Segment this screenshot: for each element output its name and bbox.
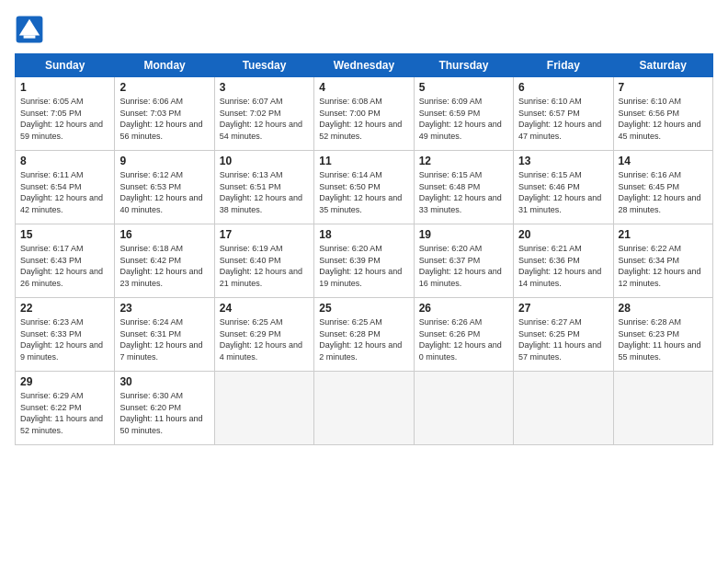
calendar-day-cell: 10Sunrise: 6:13 AM Sunset: 6:51 PM Dayli… — [214, 151, 313, 224]
day-info: Sunrise: 6:30 AM Sunset: 6:20 PM Dayligh… — [119, 390, 209, 436]
calendar-day-cell: 11Sunrise: 6:14 AM Sunset: 6:50 PM Dayli… — [314, 151, 414, 224]
day-number: 5 — [419, 81, 508, 94]
day-number: 24 — [220, 302, 309, 315]
calendar-day-cell: 29Sunrise: 6:29 AM Sunset: 6:22 PM Dayli… — [16, 372, 115, 445]
day-number: 15 — [20, 228, 109, 241]
calendar-day-cell: 13Sunrise: 6:15 AM Sunset: 6:46 PM Dayli… — [514, 151, 613, 224]
day-number: 28 — [619, 302, 708, 315]
day-number: 20 — [518, 228, 608, 241]
day-number: 3 — [220, 81, 309, 94]
day-number: 18 — [319, 228, 408, 241]
calendar-day-cell: 9Sunrise: 6:12 AM Sunset: 6:53 PM Daylig… — [115, 151, 214, 224]
header-saturday: Saturday — [613, 54, 712, 77]
calendar-day-cell: 25Sunrise: 6:25 AM Sunset: 6:28 PM Dayli… — [314, 298, 414, 372]
calendar-week-row: 8Sunrise: 6:11 AM Sunset: 6:54 PM Daylig… — [16, 151, 713, 224]
day-info: Sunrise: 6:11 AM Sunset: 6:54 PM Dayligh… — [20, 169, 109, 215]
day-info: Sunrise: 6:06 AM Sunset: 7:03 PM Dayligh… — [119, 96, 209, 142]
calendar-day-cell: 12Sunrise: 6:15 AM Sunset: 6:48 PM Dayli… — [414, 151, 513, 224]
calendar-day-cell: 5Sunrise: 6:09 AM Sunset: 6:59 PM Daylig… — [414, 77, 513, 151]
calendar-day-cell: 23Sunrise: 6:24 AM Sunset: 6:31 PM Dayli… — [115, 298, 214, 372]
day-number: 2 — [119, 81, 209, 94]
header-tuesday: Tuesday — [214, 54, 313, 77]
day-info: Sunrise: 6:10 AM Sunset: 6:57 PM Dayligh… — [518, 96, 608, 142]
header-friday: Friday — [514, 54, 613, 77]
calendar-day-cell: 27Sunrise: 6:27 AM Sunset: 6:25 PM Dayli… — [514, 298, 613, 372]
day-info: Sunrise: 6:20 AM Sunset: 6:37 PM Dayligh… — [419, 243, 508, 289]
day-number: 4 — [319, 81, 408, 94]
day-number: 9 — [119, 155, 209, 167]
calendar-day-cell: 8Sunrise: 6:11 AM Sunset: 6:54 PM Daylig… — [16, 151, 115, 224]
day-info: Sunrise: 6:24 AM Sunset: 6:31 PM Dayligh… — [119, 316, 209, 362]
calendar-day-cell: 3Sunrise: 6:07 AM Sunset: 7:02 PM Daylig… — [214, 77, 313, 151]
day-info: Sunrise: 6:22 AM Sunset: 6:34 PM Dayligh… — [619, 243, 708, 289]
day-number: 14 — [619, 155, 708, 167]
day-info: Sunrise: 6:09 AM Sunset: 6:59 PM Dayligh… — [419, 96, 508, 142]
day-number: 1 — [20, 81, 109, 94]
day-info: Sunrise: 6:20 AM Sunset: 6:39 PM Dayligh… — [319, 243, 408, 289]
day-info: Sunrise: 6:07 AM Sunset: 7:02 PM Dayligh… — [220, 96, 309, 142]
calendar-week-row: 1Sunrise: 6:05 AM Sunset: 7:05 PM Daylig… — [16, 77, 713, 151]
calendar-day-cell: 16Sunrise: 6:18 AM Sunset: 6:42 PM Dayli… — [115, 224, 214, 298]
calendar-day-cell: 15Sunrise: 6:17 AM Sunset: 6:43 PM Dayli… — [16, 224, 115, 298]
calendar-day-cell: 4Sunrise: 6:08 AM Sunset: 7:00 PM Daylig… — [314, 77, 414, 151]
day-info: Sunrise: 6:05 AM Sunset: 7:05 PM Dayligh… — [20, 96, 109, 142]
day-number: 6 — [518, 81, 608, 94]
weekday-header-row: Sunday Monday Tuesday Wednesday Thursday… — [16, 54, 713, 77]
header-monday: Monday — [115, 54, 214, 77]
day-info: Sunrise: 6:19 AM Sunset: 6:40 PM Dayligh… — [220, 243, 309, 289]
header — [15, 15, 713, 44]
calendar-day-cell: 22Sunrise: 6:23 AM Sunset: 6:33 PM Dayli… — [16, 298, 115, 372]
calendar-day-cell: 20Sunrise: 6:21 AM Sunset: 6:36 PM Dayli… — [514, 224, 613, 298]
calendar-day-cell: 21Sunrise: 6:22 AM Sunset: 6:34 PM Dayli… — [613, 224, 712, 298]
calendar-day-cell: 2Sunrise: 6:06 AM Sunset: 7:03 PM Daylig… — [115, 77, 214, 151]
day-number: 12 — [419, 155, 508, 167]
day-info: Sunrise: 6:08 AM Sunset: 7:00 PM Dayligh… — [319, 96, 408, 142]
header-sunday: Sunday — [16, 54, 115, 77]
day-info: Sunrise: 6:21 AM Sunset: 6:36 PM Dayligh… — [518, 243, 608, 289]
calendar-week-row: 22Sunrise: 6:23 AM Sunset: 6:33 PM Dayli… — [16, 298, 713, 372]
calendar-empty-cell — [514, 372, 613, 445]
day-info: Sunrise: 6:16 AM Sunset: 6:45 PM Dayligh… — [619, 169, 708, 215]
calendar-day-cell: 18Sunrise: 6:20 AM Sunset: 6:39 PM Dayli… — [314, 224, 414, 298]
day-number: 21 — [619, 228, 708, 241]
day-number: 26 — [419, 302, 508, 315]
day-number: 16 — [119, 228, 209, 241]
day-info: Sunrise: 6:10 AM Sunset: 6:56 PM Dayligh… — [619, 96, 708, 142]
day-info: Sunrise: 6:18 AM Sunset: 6:42 PM Dayligh… — [119, 243, 209, 289]
day-number: 11 — [319, 155, 408, 167]
header-thursday: Thursday — [414, 54, 513, 77]
day-number: 25 — [319, 302, 408, 315]
calendar-day-cell: 30Sunrise: 6:30 AM Sunset: 6:20 PM Dayli… — [115, 372, 214, 445]
calendar-day-cell: 28Sunrise: 6:28 AM Sunset: 6:23 PM Dayli… — [613, 298, 712, 372]
day-number: 19 — [419, 228, 508, 241]
day-info: Sunrise: 6:23 AM Sunset: 6:33 PM Dayligh… — [20, 316, 109, 362]
calendar-day-cell: 6Sunrise: 6:10 AM Sunset: 6:57 PM Daylig… — [514, 77, 613, 151]
calendar-day-cell: 1Sunrise: 6:05 AM Sunset: 7:05 PM Daylig… — [16, 77, 115, 151]
logo — [15, 15, 48, 44]
day-info: Sunrise: 6:14 AM Sunset: 6:50 PM Dayligh… — [319, 169, 408, 215]
calendar-day-cell: 14Sunrise: 6:16 AM Sunset: 6:45 PM Dayli… — [613, 151, 712, 224]
general-blue-logo-icon — [15, 15, 44, 44]
calendar-table: Sunday Monday Tuesday Wednesday Thursday… — [15, 53, 713, 445]
calendar-day-cell: 7Sunrise: 6:10 AM Sunset: 6:56 PM Daylig… — [613, 77, 712, 151]
day-number: 13 — [518, 155, 608, 167]
calendar-week-row: 15Sunrise: 6:17 AM Sunset: 6:43 PM Dayli… — [16, 224, 713, 298]
calendar-day-cell: 26Sunrise: 6:26 AM Sunset: 6:26 PM Dayli… — [414, 298, 513, 372]
day-number: 30 — [119, 375, 209, 388]
day-info: Sunrise: 6:26 AM Sunset: 6:26 PM Dayligh… — [419, 316, 508, 362]
calendar-week-row: 29Sunrise: 6:29 AM Sunset: 6:22 PM Dayli… — [16, 372, 713, 445]
day-number: 7 — [619, 81, 708, 94]
header-wednesday: Wednesday — [314, 54, 414, 77]
calendar-empty-cell — [314, 372, 414, 445]
calendar-empty-cell — [613, 372, 712, 445]
day-number: 8 — [20, 155, 109, 167]
calendar-empty-cell — [214, 372, 313, 445]
calendar-empty-cell — [414, 372, 513, 445]
day-info: Sunrise: 6:28 AM Sunset: 6:23 PM Dayligh… — [619, 316, 708, 362]
calendar-day-cell: 19Sunrise: 6:20 AM Sunset: 6:37 PM Dayli… — [414, 224, 513, 298]
day-info: Sunrise: 6:25 AM Sunset: 6:29 PM Dayligh… — [220, 316, 309, 362]
day-info: Sunrise: 6:25 AM Sunset: 6:28 PM Dayligh… — [319, 316, 408, 362]
day-info: Sunrise: 6:27 AM Sunset: 6:25 PM Dayligh… — [518, 316, 608, 362]
day-number: 17 — [220, 228, 309, 241]
day-info: Sunrise: 6:15 AM Sunset: 6:48 PM Dayligh… — [419, 169, 508, 215]
